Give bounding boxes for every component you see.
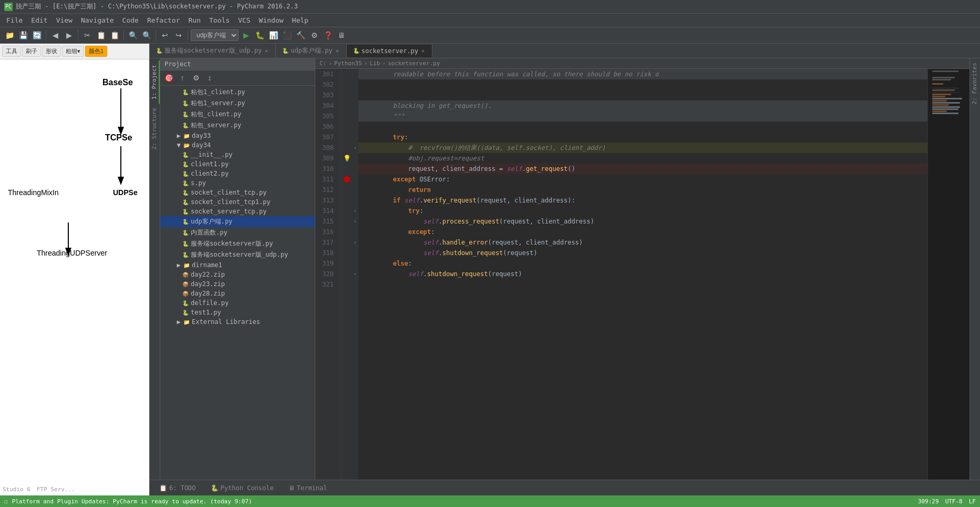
help-toolbar-button[interactable]: ❓ <box>322 29 334 42</box>
terminal-button[interactable]: 🖥 <box>335 29 348 42</box>
debug-button[interactable]: 🐛 <box>253 29 266 42</box>
py-file-icon: 🐍 <box>182 241 189 247</box>
tab-socketserver[interactable]: 🐍 socketserver.py ✕ <box>347 45 432 57</box>
breakpoint-311 <box>344 176 350 182</box>
status-right: 309:29 UTF-8 LF <box>918 498 976 505</box>
tab-close-3[interactable]: ✕ <box>420 47 426 54</box>
paste-button[interactable]: 📋 <box>108 29 121 42</box>
tree-item-s[interactable]: 🐍 s.py <box>160 178 315 188</box>
wb-color-btn[interactable]: 颜色1 <box>85 46 107 57</box>
bottom-tab-todo[interactable]: 📋 6: TODO <box>154 482 201 494</box>
tab-close-2[interactable]: ✕ <box>335 47 340 54</box>
menu-help[interactable]: Help <box>288 15 313 26</box>
code-content[interactable]: readable before this function was called… <box>358 69 927 480</box>
wb-brush-btn[interactable]: 刷子 <box>22 46 41 57</box>
py-file-icon: 🐍 <box>182 199 189 205</box>
tree-item-nian1c[interactable]: 🐍 粘包1_client.py <box>160 87 315 98</box>
menu-view[interactable]: View <box>52 15 77 26</box>
project-header: Project <box>160 58 315 70</box>
cut-button[interactable]: ✂ <box>81 29 94 42</box>
save-button[interactable]: 💾 <box>17 29 29 42</box>
vertical-tabs-left: 1: Project 2: Structure <box>150 58 160 480</box>
tab-udp-client[interactable]: 🐍 udp客户端.py ✕ <box>276 44 346 58</box>
menu-window[interactable]: Window <box>255 15 288 26</box>
code-line-302 <box>358 79 927 90</box>
search-button[interactable]: 🔍 <box>127 29 139 42</box>
vtab-structure[interactable]: 2: Structure <box>150 104 160 154</box>
menu-navigate[interactable]: Navigate <box>77 15 118 26</box>
bottom-tab-python-console[interactable]: 🐍 Python Console <box>205 482 279 494</box>
menu-run[interactable]: Run <box>184 15 205 26</box>
menu-edit[interactable]: Edit <box>27 15 51 26</box>
stop-button[interactable]: ⬛ <box>281 29 293 42</box>
forward-button[interactable]: ▶ <box>63 29 75 42</box>
copy-button[interactable]: 📋 <box>95 29 107 42</box>
settings-button[interactable]: ⚙ <box>308 29 321 42</box>
tree-item-day34[interactable]: ▼ 📂 day34 <box>160 140 315 150</box>
run-button[interactable]: ▶ <box>240 29 252 42</box>
sidebar-sort-btn[interactable]: ↕ <box>203 72 216 84</box>
tree-item-builtin[interactable]: 🐍 内置函数.py <box>160 227 315 238</box>
tree-item-socket-client-tcp1[interactable]: 🐍 socket_client_tcp1.py <box>160 197 315 207</box>
tree-expand-dirname1[interactable]: ▶ <box>176 261 181 269</box>
vtab-favorites[interactable]: 2: Favorites <box>970 58 980 108</box>
breadcrumb-c[interactable]: C: <box>319 60 326 67</box>
menu-tools[interactable]: Tools <box>205 15 234 26</box>
tree-item-service-socket-udp[interactable]: 🐍 服务端socketserver版_udp.py <box>160 249 315 260</box>
sidebar-settings-btn[interactable]: ⚙ <box>190 72 202 84</box>
whiteboard-canvas[interactable]: BaseSe TCPSe ThreadingMixIn UDPSe Thread… <box>0 59 149 495</box>
breadcrumb-file[interactable]: socketserver.py <box>388 60 440 67</box>
tree-item-client2[interactable]: 🐍 client2.py <box>160 169 315 178</box>
breadcrumb-lib[interactable]: Lib <box>369 60 380 67</box>
wb-shape-btn[interactable]: 形状 <box>42 46 61 57</box>
fold-305 <box>352 111 358 121</box>
tree-expand-day34[interactable]: ▼ <box>176 141 181 149</box>
breadcrumb-python35[interactable]: Python35 <box>334 60 362 67</box>
tree-item-dirname1[interactable]: ▶ 📁 dirname1 <box>160 260 315 270</box>
tab-services-udp[interactable]: 🐍 服务端socketserver版_udp.py ✕ <box>150 44 276 58</box>
replace-button[interactable]: 🔍 <box>140 29 153 42</box>
menu-refactor[interactable]: Refactor <box>143 15 184 26</box>
tree-item-socket-client-tcp[interactable]: 🐍 socket_client_tcp.py <box>160 188 315 197</box>
code-editor[interactable]: C: › Python35 › Lib › socketserver.py 30… <box>315 58 969 480</box>
undo-button[interactable]: ↩ <box>159 29 171 42</box>
run-config-dropdown[interactable]: udp客户端 <box>191 29 239 41</box>
sidebar-collapse-btn[interactable]: ↑ <box>176 72 189 84</box>
tree-item-day33[interactable]: ▶ 📁 day33 <box>160 131 315 140</box>
tree-item-udp-client[interactable]: 🐍 udp客户端.py <box>160 216 315 227</box>
console-icon: 🐍 <box>211 484 219 492</box>
wb-view-btn[interactable]: 工具 <box>2 46 21 57</box>
tree-expand-day33[interactable]: ▶ <box>176 132 181 139</box>
tree-item-nians[interactable]: 🐍 粘包_server.py <box>160 120 315 131</box>
coverage-button[interactable]: 📊 <box>267 29 280 42</box>
build-button[interactable]: 🔨 <box>294 29 307 42</box>
tab-close-1[interactable]: ✕ <box>264 47 269 54</box>
tree-item-service-socket[interactable]: 🐍 服务端socketserver版.py <box>160 238 315 249</box>
tree-item-day22-zip[interactable]: 📦 day22.zip <box>160 270 315 279</box>
tree-expand-extlibs[interactable]: ▶ <box>176 318 181 326</box>
tree-item-init[interactable]: 🐍 __init__.py <box>160 150 315 159</box>
redo-button[interactable]: ↪ <box>172 29 185 42</box>
tree-item-test1[interactable]: 🐍 test1.py <box>160 308 315 317</box>
open-file-button[interactable]: 📁 <box>3 29 16 42</box>
back-button[interactable]: ◀ <box>49 29 61 42</box>
tree-item-nian1s[interactable]: 🐍 粘包1_server.py <box>160 98 315 109</box>
fold-308: ▾ <box>352 143 358 153</box>
tree-item-day23-zip[interactable]: 📦 day23.zip <box>160 279 315 289</box>
menu-file[interactable]: File <box>2 15 27 26</box>
tree-item-nianc[interactable]: 🐍 粘包_client.py <box>160 109 315 120</box>
sidebar-locate-btn[interactable]: 🎯 <box>162 72 175 84</box>
tree-item-socket-server-tcp[interactable]: 🐍 socket_server_tcp.py <box>160 207 315 216</box>
tree-item-external-libs[interactable]: ▶ 📁 External Libraries <box>160 317 315 327</box>
tree-item-delfile[interactable]: 🐍 delfile.py <box>160 298 315 308</box>
separator-4 <box>156 30 156 40</box>
menu-vcs[interactable]: VCS <box>234 15 254 26</box>
right-sidebar: 2: Favorites <box>969 58 980 480</box>
wb-thickness-btn[interactable]: 粗细▾ <box>62 46 84 57</box>
tree-item-day28-zip[interactable]: 📦 day28.zip <box>160 289 315 298</box>
vtab-project[interactable]: 1: Project <box>150 60 160 104</box>
menu-code[interactable]: Code <box>118 15 143 26</box>
sync-button[interactable]: 🔄 <box>30 29 43 42</box>
tree-item-client1[interactable]: 🐍 client1.py <box>160 159 315 169</box>
bottom-tab-terminal[interactable]: 🖥 Terminal <box>283 482 333 494</box>
